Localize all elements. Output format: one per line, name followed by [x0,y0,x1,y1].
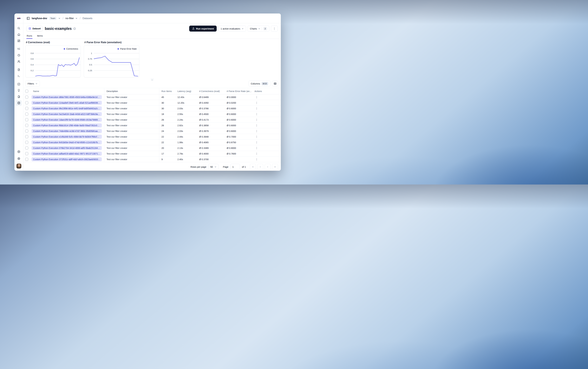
run-name-link[interactable]: Custom Python Execution fe91b83e-04a5-47… [31,140,102,144]
chart-parse-error-rate: # Parse Error Rate (annotation) 0.250.50… [84,41,139,77]
row-checkbox[interactable] [25,134,30,139]
users-icon[interactable] [16,59,22,64]
row-height-button[interactable] [272,81,278,87]
run-parse-error-rate-value: Ø 0.7600 [225,151,252,156]
dashboard-grid-icon[interactable] [16,38,22,44]
rows-per-page-label: Rows per page [190,165,206,168]
row-kebab-menu-button[interactable]: ⋮ [255,107,259,110]
table-row[interactable]: Custom Python Execution fe91b83e-04a5-47… [23,140,281,145]
row-kebab-menu-button[interactable]: ⋮ [255,118,259,121]
tab-runs[interactable]: Runs [26,34,32,39]
row-checkbox[interactable] [25,94,30,100]
run-name-link[interactable]: Custom Python Execution adfae619-abb0-4d… [31,152,102,156]
home-icon[interactable] [16,32,22,37]
row-checkbox[interactable] [25,140,30,145]
langfuse-logo [14,13,23,23]
breadcrumb-section[interactable]: Datasets [83,17,92,20]
select-all-checkbox[interactable] [25,88,30,94]
row-checkbox[interactable] [25,156,30,162]
list-tree-icon[interactable] [16,46,22,52]
run-items-value: 18 [159,111,175,117]
next-page-button[interactable]: › [265,164,271,170]
percent-square-icon[interactable] [16,81,22,87]
run-items-value: 45 [159,94,175,100]
row-kebab-menu-button[interactable]: ⋮ [255,101,259,104]
table-row[interactable]: Custom Python Execution 5a15a616-1bab-44… [23,111,281,117]
run-name-link[interactable]: Custom Python Execution 1daec0f9-5e78-43… [31,118,102,122]
lightbulb-icon[interactable] [16,88,22,93]
run-name-link[interactable]: Custom Python Execution 076b2704-341d-48… [31,146,102,150]
row-kebab-menu-button[interactable]: ⋮ [255,130,259,133]
table-row[interactable]: Custom Python Execution 9fe23f98-881e-44… [23,106,281,111]
row-kebab-menu-button[interactable]: ⋮ [255,113,259,116]
table-row[interactable]: Custom Python Execution adfae619-abb0-4d… [23,151,281,156]
tab-items[interactable]: Items [37,34,43,39]
active-evaluators-button[interactable]: 1 active evaluators [218,26,246,31]
row-checkbox[interactable] [25,151,30,156]
row-kebab-menu-button[interactable]: ⋮ [255,158,259,161]
charts-toggle-button[interactable]: Charts 2 [248,26,269,31]
row-checkbox[interactable] [25,117,30,123]
run-name-link[interactable]: Custom Python Execution 74de488e-ec9d-47… [31,129,102,133]
panel-resize-handle[interactable] [151,79,154,79]
columns-button[interactable]: Columns 8/15 [248,81,270,87]
run-name-link[interactable]: Custom Python Execution 9fe23f98-881e-44… [31,106,102,110]
row-checkbox[interactable] [25,145,30,151]
clock-icon[interactable] [16,52,22,58]
info-icon[interactable] [73,27,76,30]
run-name-link[interactable]: Custom Python Execution 114aa9ef-29e6-4e… [31,101,102,105]
user-avatar[interactable] [17,164,21,168]
row-kebab-menu-button[interactable]: ⋮ [255,146,259,150]
row-kebab-menu-button[interactable]: ⋮ [255,96,259,99]
row-checkbox[interactable] [25,128,30,134]
table-row[interactable]: Custom Python Execution f6bb1614-1f90-40… [23,123,281,128]
header-kebab-menu-button[interactable]: ⋮ [271,26,278,31]
row-actions-cell: ⋮ [252,134,281,139]
row-checkbox[interactable] [25,100,30,105]
table-row[interactable]: Custom Python Execution 74de488e-ec9d-47… [23,128,281,134]
run-name-link[interactable]: Custom Python Execution f6bb1614-1f90-40… [31,123,102,127]
table-row[interactable]: Custom Python Execution 1daec0f9-5e78-43… [23,117,281,123]
page-number-input[interactable] [230,164,240,170]
table-row[interactable]: Custom Python Execution e14fa348-5cfc-49… [23,134,281,140]
project-chevron-down-icon[interactable] [58,17,60,19]
row-checkbox[interactable] [25,111,30,117]
row-kebab-menu-button[interactable]: ⋮ [255,135,259,138]
environment-name[interactable]: no-filter [65,17,74,20]
sidebar-toggle-icon[interactable] [27,17,30,20]
search-icon[interactable] [16,25,22,31]
table-row[interactable]: Custom Python Execution 076b2704-341d-48… [23,145,281,151]
rows-per-page-select[interactable]: 50 [208,164,218,170]
row-checkbox[interactable] [25,106,30,111]
table-row[interactable]: Custom Python Execution 114aa9ef-29e6-4e… [23,100,281,106]
database-icon[interactable] [16,100,22,106]
table-row[interactable]: Custom Python Execution d66e7991-8595-45… [23,94,281,100]
clipboard-pen-icon[interactable] [16,94,22,100]
run-name-link[interactable]: Custom Python Execution 371f531c-abff-4d… [31,157,102,161]
environment-chevron-down-icon[interactable] [76,17,78,19]
svg-text:0.8: 0.8 [30,52,34,54]
previous-page-button[interactable]: ‹ [257,164,263,170]
pagination-bar: Rows per page 50 Page of 1 « ‹ › » [23,162,281,171]
run-name-link[interactable]: Custom Python Execution d66e7991-8595-45… [31,95,102,99]
project-name[interactable]: langfuse-dev [32,17,47,20]
first-page-button[interactable]: « [250,164,256,170]
file-code-icon[interactable] [16,67,22,72]
settings-gear-icon[interactable] [16,149,22,154]
last-page-button[interactable]: » [272,164,278,170]
row-checkbox[interactable] [25,123,30,128]
lifebuoy-support-icon[interactable] [16,156,22,161]
table-row[interactable]: Custom Python Execution 371f531c-abff-4d… [23,156,281,162]
run-latency-value: 1.99s [175,140,197,145]
chart-card: 0.250.50.751 Parse Error Rate [84,45,139,77]
row-kebab-menu-button[interactable]: ⋮ [255,141,259,144]
row-kebab-menu-button[interactable]: ⋮ [255,152,259,155]
run-experiment-button[interactable]: Run experiment [189,26,217,31]
filters-button[interactable]: Filters [25,81,40,87]
terminal-icon[interactable] [16,73,22,79]
chevron-down-icon [215,166,216,168]
run-name-link[interactable]: Custom Python Execution 5a15a616-1bab-44… [31,112,102,116]
run-name-link[interactable]: Custom Python Execution e14fa348-5cfc-49… [31,135,102,139]
row-kebab-menu-button[interactable]: ⋮ [255,124,259,127]
header-actions: Run experiment 1 active evaluators Chart… [189,26,278,31]
